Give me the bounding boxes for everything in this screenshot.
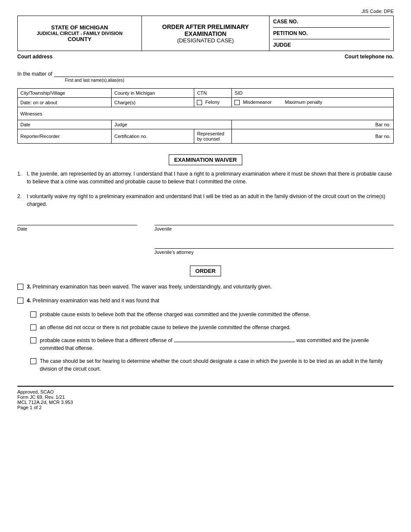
matter-field[interactable]	[54, 70, 394, 77]
reporter-label: Reporter/Recorder	[18, 129, 112, 144]
different-offense-field[interactable]	[174, 342, 295, 342]
header-right: CASE NO. PETITION NO. JUDGE	[270, 16, 394, 51]
county-label: County in Michigan	[112, 89, 194, 98]
waiver-num-2: 2.	[17, 192, 24, 208]
bar-no-label: Bar no.	[232, 120, 394, 129]
header-left: STATE OF MICHIGAN JUDICIAL CIRCUIT - FAM…	[18, 16, 142, 51]
form-title-line1: ORDER AFTER PRELIMINARY	[145, 23, 266, 30]
witnesses-cell: Witnesses	[18, 107, 394, 120]
attorney-sig-label: Juvenile's attorney	[154, 250, 394, 255]
examination-waiver-title-container: EXAMINATION WAIVER	[17, 157, 394, 163]
felony-cell: Felony	[194, 98, 232, 107]
order-sub-item-b: an offense did not occur or there is not…	[30, 324, 394, 331]
waiver-item-1: 1. I, the juvenile, am represented by an…	[17, 170, 394, 186]
header-center: ORDER AFTER PRELIMINARY EXAMINATION (DES…	[141, 16, 269, 51]
matter-field-sublabel: First and last name(s),alias(es)	[17, 77, 394, 83]
ctn-label: CTN	[194, 89, 232, 98]
matter-section: In the matter of First and last name(s),…	[17, 70, 394, 83]
waiver-text-2: I voluntarily waive my right to a prelim…	[27, 192, 394, 208]
matter-line: In the matter of	[17, 70, 394, 77]
order-sub-checkbox-d[interactable]	[30, 358, 36, 364]
order-sub-text-a: probable cause exists to believe both th…	[40, 311, 310, 318]
felony-checkbox[interactable]	[197, 100, 202, 105]
header-title: STATE OF MICHIGAN	[21, 24, 138, 31]
form-title-line3: (DESIGNATED CASE)	[145, 37, 266, 44]
court-address-label: Court address	[17, 54, 52, 60]
max-penalty-label: Maximum penalty	[285, 99, 322, 105]
attorney-sig-line[interactable]	[154, 240, 394, 249]
court-telephone-label: Court telephone no.	[345, 54, 394, 60]
juvenile-sig-line[interactable]	[154, 217, 394, 225]
waiver-text-1: I, the juvenile, am represented by an at…	[27, 170, 394, 186]
city-label: City/Township/Village	[18, 89, 112, 98]
jis-code: JIS Code: DPE	[17, 9, 394, 14]
order-item-4: 4. Preliminary examination was held and …	[17, 297, 394, 304]
misdemeanor-cell: Misdemeanor Maximum penalty	[232, 98, 394, 107]
order-sub-text-d: The case should be set for hearing to de…	[40, 357, 394, 373]
signature-row: Date Juvenile Juvenile's attorney	[17, 217, 394, 255]
header-county: COUNTY	[21, 36, 138, 42]
order-item-4-text: 4. Preliminary examination was held and …	[27, 297, 159, 304]
footer-line2: Form JC 69, Rev. 1/21	[17, 394, 394, 400]
order-sub-checkbox-a[interactable]	[30, 311, 36, 317]
order-sub-text-c: probable cause exists to believe that a …	[40, 337, 394, 352]
date-sig-line[interactable]	[17, 217, 137, 225]
case-no-label: CASE NO.	[273, 19, 390, 28]
date2-label: Date	[18, 120, 112, 129]
waiver-items: 1. I, the juvenile, am represented by an…	[17, 170, 394, 208]
juvenile-sig-block: Juvenile Juvenile's attorney	[154, 217, 394, 255]
order-text-3: Preliminary examination has been waived.…	[32, 284, 272, 290]
date-label: Date: on or about	[18, 98, 112, 107]
represented-label: Represented by counsel	[194, 129, 232, 144]
order-title: ORDER	[190, 266, 222, 276]
bar-no2-label: Bar no.	[232, 129, 394, 144]
order-num-4: 4.	[27, 298, 31, 304]
footer-line1: Approved, SCAO	[17, 389, 394, 394]
juvenile-sig-label: Juvenile	[154, 226, 394, 231]
charge-label: Charge(s)	[112, 98, 194, 107]
order-text-4: Preliminary examination was held and it …	[32, 298, 159, 304]
date-sig-block: Date	[17, 217, 137, 255]
order-sub-checkbox-b[interactable]	[30, 324, 36, 330]
petition-no-label: PETITION NO.	[273, 30, 390, 39]
footer-section: Approved, SCAO Form JC 69, Rev. 1/21 MCL…	[17, 386, 394, 410]
date-sig-label: Date	[17, 226, 137, 231]
order-checkbox-4[interactable]	[17, 298, 23, 304]
info-table: City/Township/Village County in Michigan…	[17, 88, 394, 144]
order-num-3: 3.	[27, 284, 31, 290]
order-section: 3. Preliminary examination has been waiv…	[17, 283, 394, 373]
court-address-row: Court address Court telephone no.	[17, 54, 394, 60]
sid-cell: SID	[232, 89, 394, 98]
order-sub-checkbox-c[interactable]	[30, 337, 36, 343]
cert-no-label: Certification no.	[112, 129, 194, 144]
order-checkbox-3[interactable]	[17, 284, 23, 290]
form-title-line2: EXAMINATION	[145, 30, 266, 37]
header-subtitle: JUDICIAL CIRCUIT - FAMILY DIVISION	[21, 31, 138, 36]
order-sub-text-b: an offense did not occur or there is not…	[40, 324, 291, 331]
misdemeanor-checkbox[interactable]	[234, 100, 240, 105]
waiver-item-2: 2. I voluntarily waive my right to a pre…	[17, 192, 394, 208]
matter-label: In the matter of	[17, 71, 52, 77]
judge-label: JUDGE	[273, 42, 390, 48]
order-sub-item-a: probable cause exists to believe both th…	[30, 311, 394, 318]
footer-line3: MCL 712A.2d, MCR 3.953	[17, 400, 394, 405]
order-sub-item-d: The case should be set for hearing to de…	[30, 357, 394, 373]
header-table: STATE OF MICHIGAN JUDICIAL CIRCUIT - FAM…	[17, 16, 394, 51]
waiver-num-1: 1.	[17, 170, 24, 186]
order-item-3: 3. Preliminary examination has been waiv…	[17, 283, 394, 291]
judge2-label: Judge	[112, 120, 232, 129]
examination-waiver-title: EXAMINATION WAIVER	[169, 154, 243, 165]
order-sub-item-c: probable cause exists to believe that a …	[30, 337, 394, 352]
order-title-container: ORDER	[17, 268, 394, 274]
order-item-3-text: 3. Preliminary examination has been waiv…	[27, 283, 272, 291]
footer-line4: Page 1 of 2	[17, 405, 394, 410]
